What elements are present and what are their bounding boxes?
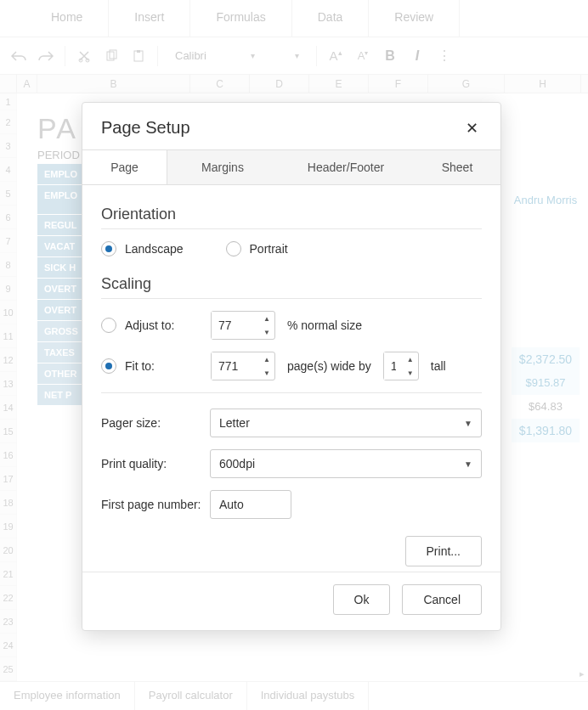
fit-tall-input[interactable] bbox=[384, 352, 403, 380]
spinner-up-icon[interactable]: ▲ bbox=[403, 352, 418, 366]
radio-dot-icon bbox=[101, 358, 116, 374]
radio-label: Landscape bbox=[125, 242, 184, 256]
pager-size-select[interactable]: Letter ▼ bbox=[210, 409, 482, 437]
print-quality-select[interactable]: 600dpi ▼ bbox=[210, 449, 482, 478]
spinner-up-icon[interactable]: ▲ bbox=[259, 352, 274, 366]
close-icon[interactable]: ✕ bbox=[461, 119, 482, 138]
tab-page[interactable]: Page bbox=[82, 150, 167, 184]
spinner-down-icon[interactable]: ▼ bbox=[403, 366, 418, 380]
pager-size-value: Letter bbox=[219, 416, 464, 430]
fit-tall-suffix: tall bbox=[431, 359, 446, 373]
radio-dot-icon bbox=[226, 241, 241, 256]
fit-tall-spinner[interactable]: ▲▼ bbox=[383, 352, 419, 380]
adjust-to-input[interactable] bbox=[212, 312, 259, 339]
cancel-button[interactable]: Cancel bbox=[402, 584, 482, 615]
spinner-down-icon[interactable]: ▼ bbox=[259, 325, 274, 339]
adjust-suffix: % normal size bbox=[287, 318, 362, 332]
dialog-title: Page Setup bbox=[101, 118, 190, 138]
orientation-heading: Orientation bbox=[101, 199, 482, 229]
ok-button[interactable]: Ok bbox=[333, 584, 391, 615]
print-button[interactable]: Print... bbox=[405, 536, 482, 566]
radio-adjust-to[interactable]: Adjust to: bbox=[101, 318, 199, 333]
fit-wide-spinner[interactable]: ▲▼ bbox=[211, 352, 275, 380]
chevron-down-icon: ▼ bbox=[464, 459, 472, 469]
print-quality-label: Print quality: bbox=[101, 457, 210, 471]
spinner-down-icon[interactable]: ▼ bbox=[259, 366, 274, 380]
radio-landscape[interactable]: Landscape bbox=[101, 241, 184, 256]
radio-fit-to[interactable]: Fit to: bbox=[101, 358, 199, 374]
radio-dot-icon bbox=[101, 318, 116, 333]
tab-sheet[interactable]: Sheet bbox=[414, 150, 500, 184]
dialog-tabs: Page Margins Header/Footer Sheet bbox=[82, 149, 500, 185]
adjust-to-spinner[interactable]: ▲▼ bbox=[211, 311, 275, 340]
spinner-up-icon[interactable]: ▲ bbox=[259, 312, 274, 325]
radio-portrait[interactable]: Portrait bbox=[226, 241, 288, 256]
tab-header-footer[interactable]: Header/Footer bbox=[278, 150, 414, 184]
fit-wide-input[interactable] bbox=[212, 352, 259, 380]
radio-label: Adjust to: bbox=[125, 318, 174, 332]
radio-label: Portrait bbox=[250, 242, 288, 256]
radio-dot-icon bbox=[101, 241, 116, 256]
radio-label: Fit to: bbox=[125, 359, 155, 373]
print-quality-value: 600dpi bbox=[219, 457, 464, 471]
fit-wide-suffix: page(s) wide by bbox=[287, 359, 371, 373]
first-page-input[interactable] bbox=[210, 490, 291, 519]
chevron-down-icon: ▼ bbox=[464, 419, 472, 428]
scaling-heading: Scaling bbox=[101, 268, 482, 299]
pager-size-label: Pager size: bbox=[101, 416, 210, 430]
first-page-label: First page number: bbox=[101, 498, 210, 511]
page-setup-dialog: Page Setup ✕ Page Margins Header/Footer … bbox=[82, 102, 501, 631]
tab-margins[interactable]: Margins bbox=[167, 150, 278, 184]
